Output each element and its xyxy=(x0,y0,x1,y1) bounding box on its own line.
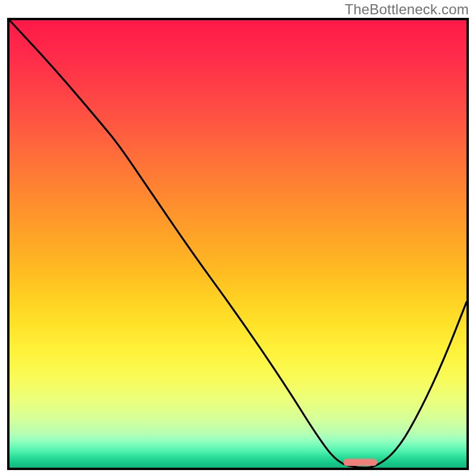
plot-area xyxy=(7,18,469,470)
bottleneck-curve xyxy=(10,20,466,468)
watermark-text: TheBottleneck.com xyxy=(345,1,469,18)
chart-container: TheBottleneck.com xyxy=(0,0,476,476)
optimal-marker xyxy=(343,459,378,466)
curve-path xyxy=(10,20,466,468)
